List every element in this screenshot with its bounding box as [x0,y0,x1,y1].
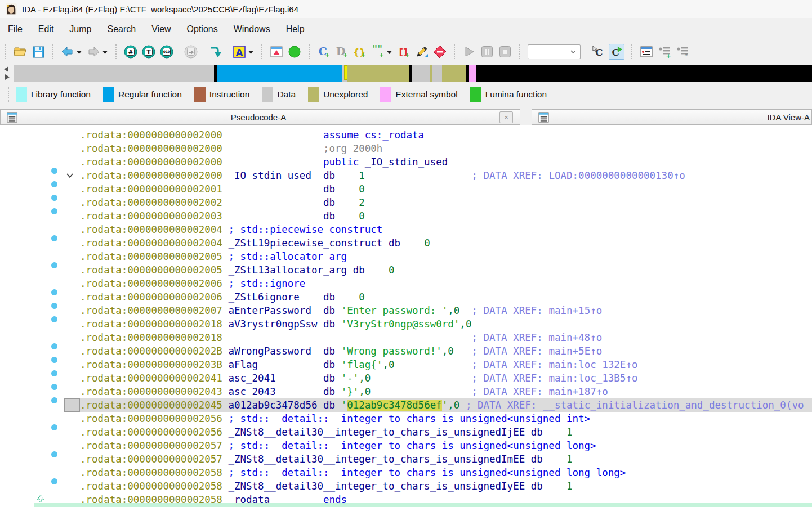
listing-row[interactable]: .rodata:0000000000002007 aEnterPassword … [64,304,812,317]
panel-header-pseudocode[interactable]: Pseudocode-A × [0,109,520,125]
nav-segment [476,65,812,82]
titlebar[interactable]: IDA - EzFlag.i64 (EzFlag) E:\CTF_workspa… [0,0,812,19]
pause-process-icon[interactable] [480,44,494,59]
menu-item-jump[interactable]: Jump [61,20,99,39]
c-cursor-icon[interactable]: C [591,44,605,59]
navigation-band-area [0,63,812,83]
listing-row[interactable]: .rodata:0000000000002057 ; std::__detail… [64,439,812,452]
listing-row[interactable]: .rodata:0000000000002004 _ZStL19piecewis… [64,236,812,250]
back-icon[interactable] [60,44,75,59]
svg-text:+: + [405,52,410,58]
nav-right-arrow-icon [5,74,10,80]
xref-dot [51,397,57,403]
text-view-icon[interactable]: T [141,44,156,59]
string-caret-icon[interactable] [387,44,392,59]
xref-dot [51,208,57,214]
legend-swatch [103,87,114,102]
listing-row[interactable]: .rodata:0000000000002000 ;org 2000h [64,142,812,155]
listing-row[interactable]: .rodata:0000000000002003 db 0 [64,209,812,223]
menu-item-file[interactable]: File [0,20,30,39]
listing-row[interactable]: .rodata:0000000000002006 _ZStL6ignore db… [64,290,812,304]
forward-icon[interactable] [86,44,101,59]
back-caret-icon[interactable] [77,44,82,59]
listing-row[interactable]: .rodata:0000000000002058 ; std::__detail… [64,466,812,479]
svg-text:A: A [236,47,243,58]
legend-handle [8,87,10,102]
listing-row[interactable]: .rodata:0000000000002043 asc_2043 db '}'… [64,385,812,398]
legend-item-library-function: Library function [16,87,91,102]
listing-row[interactable]: .rodata:0000000000002005 ; std::allocato… [64,250,812,263]
current-line-marker [64,398,80,412]
listing-row[interactable]: .rodata:0000000000002056 _ZNSt8__detail3… [64,425,812,439]
nav-left-arrow-icon [4,66,8,72]
lumina-icon[interactable] [287,44,302,59]
make-struct-icon[interactable]: {}+ [353,44,367,59]
xref-dot [51,357,57,363]
xref-dot [51,316,57,322]
menu-item-edit[interactable]: Edit [30,20,62,39]
bp-edit-icon[interactable]: * [675,44,690,59]
legend-swatch [470,87,481,102]
listing-row[interactable]: .rodata:0000000000002001 db 0 [64,182,812,196]
save-icon[interactable] [31,44,46,59]
legend-item-regular-function: Regular function [103,87,182,102]
process-selector-combo[interactable] [528,44,581,59]
listing-row[interactable]: .rodata:0000000000002018 aV3rystr0ngpSsw… [64,317,812,331]
listing-row[interactable]: .rodata:0000000000002057 _ZNSt8__detail3… [64,452,812,466]
listing-row[interactable]: .rodata:0000000000002000 assume cs:_roda… [64,128,812,142]
xref-dot [51,181,57,187]
menu-item-search[interactable]: Search [99,20,144,39]
binary-view-icon[interactable]: 010 [159,44,174,59]
listing-row[interactable]: .rodata:000000000000202B aWrongPassword … [64,344,812,358]
forward-caret-icon[interactable] [102,44,108,59]
listing-row[interactable]: .rodata:0000000000002000 public _IO_stdi… [64,155,812,169]
nav-segment [469,65,476,82]
listing-row[interactable]: .rodata:0000000000002018 ; DATA XREF: ma… [64,331,812,344]
nav-band-scroll-arrows[interactable] [1,64,12,82]
open-folder-icon[interactable] [13,44,28,59]
xref-dot [51,424,57,430]
colors-caret-icon[interactable] [248,44,254,59]
graph-overview-icon[interactable] [269,44,284,59]
legend-label: Instruction [209,89,250,100]
start-process-icon[interactable] [462,44,476,59]
legend-label: Regular function [118,89,182,100]
menu-item-windows[interactable]: Windows [226,20,278,39]
close-button[interactable]: × [499,111,513,123]
listing-row[interactable]: .rodata:0000000000002006 ; std::ignore [64,277,812,290]
c-run-icon[interactable]: C [609,44,624,60]
listing-row[interactable]: .rodata:0000000000002002 db 2 [64,196,812,209]
listing-row[interactable]: .rodata:0000000000002005 _ZStL13allocato… [64,263,812,277]
listing-row[interactable]: .rodata:000000000000203B aFlag db 'flag{… [64,358,812,371]
listing-row[interactable]: .rodata:0000000000002004 ; std::piecewis… [64,223,812,236]
bp-list-icon[interactable] [639,44,654,59]
hex-view-icon[interactable]: # [123,44,138,59]
toolbar-handle [631,44,633,59]
menu-item-help[interactable]: Help [278,20,313,39]
menu-item-view[interactable]: View [144,20,179,39]
make-data-icon[interactable]: D+ [334,44,349,59]
listing-row[interactable]: .rodata:0000000000002000 _IO_stdin_used … [64,169,812,182]
colors-icon[interactable]: A [232,44,247,59]
svg-text:010: 010 [163,50,171,53]
disassembly-listing[interactable]: .rodata:0000000000002000 assume cs:_roda… [0,125,812,507]
listing-row[interactable]: .rodata:0000000000002056 ; std::__detail… [64,412,812,425]
panel-header-ida-view[interactable]: IDA View-A [532,109,812,125]
make-string-icon[interactable]: ""+ [371,44,385,59]
window-panel-icon [7,112,17,123]
navigation-band[interactable] [14,65,812,82]
menu-item-options[interactable]: Options [179,20,226,39]
toolbar-handle [261,44,264,59]
listing-row[interactable]: .rodata:0000000000002058 _ZNSt8__detail3… [64,479,812,493]
bp-add-icon[interactable]: + [657,44,672,59]
undefine-icon[interactable] [432,44,447,59]
listing-row[interactable]: .rodata:0000000000002041 asc_2041 db '-'… [64,371,812,385]
edit-comment-icon[interactable] [414,44,429,59]
jump-icon[interactable] [208,44,222,59]
make-array-icon[interactable]: []+ [396,44,411,59]
collapse-chevron-icon[interactable] [66,172,74,180]
listing-row-selected[interactable]: .rodata:0000000000002045 a012ab9c3478d56… [64,398,812,412]
nav-disabled-icon[interactable] [184,44,198,59]
make-code-icon[interactable]: C+ [316,44,331,59]
stop-process-icon[interactable] [498,44,512,59]
